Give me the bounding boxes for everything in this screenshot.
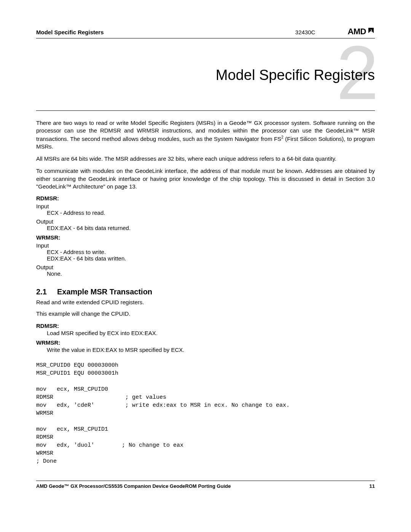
intro-paragraph-2: All MSRs are 64 bits wide. The MSR addre… <box>36 155 375 163</box>
wrmsr-input-text-1: ECX - Address to write. <box>36 249 375 255</box>
intro-paragraph-3: To communicate with modules on the Geode… <box>36 167 375 190</box>
rdmsr-output-label: Output <box>36 218 375 225</box>
wrmsr-output-label: Output <box>36 264 375 270</box>
wrmsr-input-label: Input <box>36 242 375 249</box>
wrmsr-input-text-2: EDX:EAX - 64 bits data written. <box>36 255 375 262</box>
intro-paragraph-1: There are two ways to read or write Mode… <box>36 119 375 150</box>
sec21-rdmsr-label: RDMSR: <box>36 323 375 329</box>
page-footer: AMD Geode™ GX Processor/CS5535 Companion… <box>36 481 375 489</box>
sec21-wrmsr-text: Write the value in EDX:EAX to MSR specif… <box>36 347 375 353</box>
section-2-1-heading: 2.1Example MSR Transaction <box>36 288 375 296</box>
doc-number: 32430C <box>295 29 315 35</box>
chapter-title: Model Specific Registers <box>216 67 375 83</box>
section-number: 2.1 <box>36 288 57 296</box>
wrmsr-label: WRMSR: <box>36 234 375 241</box>
sec21-p2: This example will change the CPUID. <box>36 310 375 318</box>
footer-text: AMD Geode™ GX Processor/CS5535 Companion… <box>36 483 231 489</box>
rdmsr-output-text: EDX:EAX - 64 bits data returned. <box>36 225 375 231</box>
page-number: 11 <box>370 483 375 489</box>
rdmsr-input-label: Input <box>36 203 375 209</box>
wrmsr-output-text: None. <box>36 270 375 277</box>
header-section: Model Specific Registers <box>36 29 104 35</box>
sec21-p1: Read and write extended CPUID registers. <box>36 299 375 306</box>
sec21-wrmsr-label: WRMSR: <box>36 339 375 346</box>
running-header: Model Specific Registers 32430C AMD <box>36 27 375 38</box>
code-listing: MSR_CPUID0 EQU 00003000h MSR_CPUID1 EQU … <box>36 361 375 465</box>
chapter-heading: 2 Model Specific Registers <box>36 46 375 111</box>
sec21-rdmsr-text: Load MSR specified by ECX into EDX:EAX. <box>36 330 375 336</box>
rdmsr-input-text: ECX - Address to read. <box>36 209 375 216</box>
section-title: Example MSR Transaction <box>57 288 152 296</box>
rdmsr-label: RDMSR: <box>36 195 375 201</box>
